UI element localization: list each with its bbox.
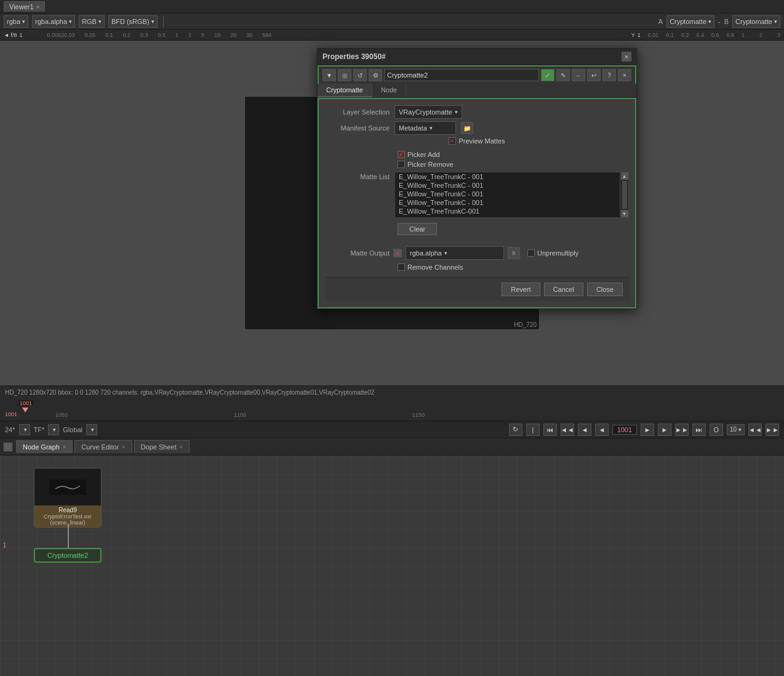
pb-btn-prev-frame[interactable]: ◄ (578, 424, 591, 436)
dlg-btn-green1[interactable]: ✓ (541, 69, 554, 81)
ruler-marks-left: 0.00620.03 0.05 0.1 0.2 0.3 0.5 1 2 5 10… (22, 32, 594, 38)
viewer-tab-close[interactable]: × (36, 4, 40, 10)
node-thumb-preview (49, 480, 86, 495)
clear-button[interactable]: Clear (398, 223, 437, 235)
tab-node-graph-label: Node Graph (23, 443, 60, 451)
scroll-down-btn[interactable]: ▼ (621, 210, 628, 217)
scroll-up-btn[interactable]: ▲ (621, 172, 628, 180)
toolbar-separator1 (163, 16, 164, 27)
layer-selection-dropdown[interactable]: VRayCryptomatte (394, 105, 462, 119)
dlg-btn-refresh[interactable]: ↺ (353, 69, 367, 81)
pb-btn-next-frame-2[interactable]: ►► (675, 424, 689, 436)
matte-item-3[interactable]: E_Willow_TreeTrunkC - 001 (395, 190, 620, 198)
pb-btn-skip-end[interactable]: ⏭ (692, 424, 706, 436)
canvas-label-br: HD_720 (514, 321, 537, 328)
tl-mark-1050: 1050 (55, 412, 234, 418)
pb-btn-mark-out[interactable]: O (710, 424, 723, 436)
read-node-name: Read9 (37, 507, 98, 513)
pb-frame-display[interactable]: 1001 (612, 425, 637, 435)
b-dropdown[interactable]: Cryptomatte (732, 15, 780, 28)
pb-btn-mark-in[interactable]: | (526, 424, 540, 436)
tab-curve-editor[interactable]: Curve Editor × (74, 440, 132, 453)
dlg-btn-target[interactable]: ◎ (338, 69, 351, 81)
preview-mattes-cb: ✕ (449, 137, 456, 145)
scroll-thumb[interactable] (622, 181, 627, 209)
status-text: HD_720 1280x720 bbox: 0 0 1280 720 chann… (5, 389, 374, 396)
cryptomatte-node[interactable]: Cryptomatte2 (34, 548, 102, 563)
display-dropdown[interactable]: BFD (sRGB) (108, 15, 158, 28)
manifest-folder-btn[interactable]: 📁 (461, 122, 473, 134)
pb-btn-prev[interactable]: ◄ (595, 424, 609, 436)
colorspace-dropdown[interactable]: RGB (79, 15, 105, 28)
cryptomatte-node-label: Cryptomatte2 (47, 552, 88, 559)
viewer-tab-label: Viewer1 (9, 3, 34, 10)
matte-item-2[interactable]: E_Willow_TreeTrunkC - 001 (395, 181, 620, 190)
tl-arrow-indicator (22, 408, 28, 412)
dlg-btn-edit[interactable]: ✎ (556, 69, 570, 81)
tab-node-graph-close[interactable]: × (63, 444, 66, 450)
tab-node-graph[interactable]: Node Graph × (16, 440, 73, 453)
pb-btn-speed-down[interactable]: ◄◄ (748, 424, 762, 436)
dialog-close-btn[interactable]: × (622, 52, 631, 62)
tf-dropdown[interactable] (48, 424, 59, 435)
read-node[interactable]: Read9 CryptoErrorTest.exr (scene_linear) (34, 468, 102, 528)
dlg-btn-gear[interactable]: ⚙ (369, 69, 382, 81)
picker-add-checkbox[interactable]: ✓ Picker Add (398, 151, 629, 158)
fps-label: 24* (5, 426, 15, 433)
viewer-tab[interactable]: Viewer1 × (4, 1, 45, 12)
preview-mattes-checkbox[interactable]: ✕ Preview Mattes (449, 137, 505, 145)
close-button[interactable]: Close (587, 283, 623, 296)
dlg-btn-dropdown[interactable]: ▼ (322, 69, 336, 81)
dlg-name-field[interactable] (384, 69, 539, 81)
top-tab-bar: Viewer1 × (0, 0, 784, 14)
dialog-footer: Revert Cancel Close (325, 277, 629, 301)
channel-dropdown[interactable]: rgba (4, 15, 28, 28)
dlg-btn-undo[interactable]: ↩ (587, 69, 601, 81)
tab-dope-sheet[interactable]: Dope Sheet × (134, 440, 190, 453)
matte-output-x-btn[interactable]: ✕ (393, 249, 402, 257)
dlg-btn-back[interactable]: ← (572, 69, 585, 81)
tab-node[interactable]: Node (372, 84, 406, 97)
matte-item-1[interactable]: E_Willow_TreeTrunkC - 001 (395, 172, 620, 181)
node-connector (68, 523, 69, 548)
revert-button[interactable]: Revert (502, 283, 540, 296)
dlg-btn-help[interactable]: ? (602, 69, 616, 81)
matte-list[interactable]: E_Willow_TreeTrunkC - 001 E_Willow_TreeT… (394, 172, 620, 218)
node-graph-area[interactable]: ◄ 1 Read9 CryptoErrorTest.exr (scene_lin… (0, 456, 784, 676)
status-bar: HD_720 1280x720 bbox: 0 0 1280 720 chann… (0, 385, 784, 399)
properties-dialog: Properties 39050# × ▼ ◎ ↺ ⚙ ✓ ✎ ← ↩ ? × … (317, 48, 637, 309)
remove-channels-checkbox[interactable]: Remove Channels (398, 264, 463, 271)
cancel-button[interactable]: Cancel (544, 283, 583, 296)
tf-label: TF* (34, 426, 45, 433)
pb-btn-speed-up[interactable]: ►► (766, 424, 779, 436)
matte-output-eq-btn[interactable]: = (508, 247, 520, 259)
dash-label: - (718, 18, 721, 25)
tab-cryptomatte[interactable]: Cryptomatte (318, 84, 372, 97)
unpremultiply-checkbox[interactable]: Unpremultiply (527, 249, 578, 257)
dlg-btn-close-inner[interactable]: × (618, 69, 631, 81)
layer-selection-row: Layer Selection VRayCryptomatte (325, 105, 629, 119)
preview-mattes-row: ✕ Preview Mattes (325, 137, 629, 145)
tab-curve-editor-close[interactable]: × (122, 444, 125, 450)
pb-btn-next-frame[interactable]: ► (658, 424, 671, 436)
pb-btn-loop[interactable]: ↻ (509, 424, 522, 436)
pb-rate-dropdown[interactable]: 10 (727, 424, 745, 435)
manifest-source-dropdown[interactable]: Metadata (394, 121, 456, 135)
matte-item-5[interactable]: E_Willow_TreeTrunkC-001 (395, 207, 620, 215)
global-dropdown[interactable] (86, 424, 97, 435)
picker-remove-checkbox[interactable]: Picker Remove (398, 161, 629, 168)
pb-btn-skip-start[interactable]: ⏮ (543, 424, 557, 436)
fps-dropdown[interactable] (19, 424, 30, 435)
matte-output-dropdown[interactable]: rgba.alpha (406, 246, 504, 260)
a-dropdown[interactable]: Cryptomatte (666, 15, 714, 28)
picker-add-label: Picker Add (407, 151, 440, 158)
bottom-panel-toggle[interactable]: □ (4, 443, 12, 451)
matte-item-4[interactable]: E_Willow_TreeTrunkC - 001 (395, 198, 620, 207)
y-val: 1 (638, 32, 641, 38)
pb-btn-prev-frame-2[interactable]: ◄◄ (561, 424, 574, 436)
tab-dope-sheet-close[interactable]: × (180, 444, 183, 450)
dialog-toolbar: ▼ ◎ ↺ ⚙ ✓ ✎ ← ↩ ? × (318, 65, 636, 84)
pb-btn-play[interactable]: ► (641, 424, 654, 436)
remove-channels-cb (398, 264, 405, 271)
alpha-dropdown[interactable]: rgba.alpha (32, 15, 75, 28)
